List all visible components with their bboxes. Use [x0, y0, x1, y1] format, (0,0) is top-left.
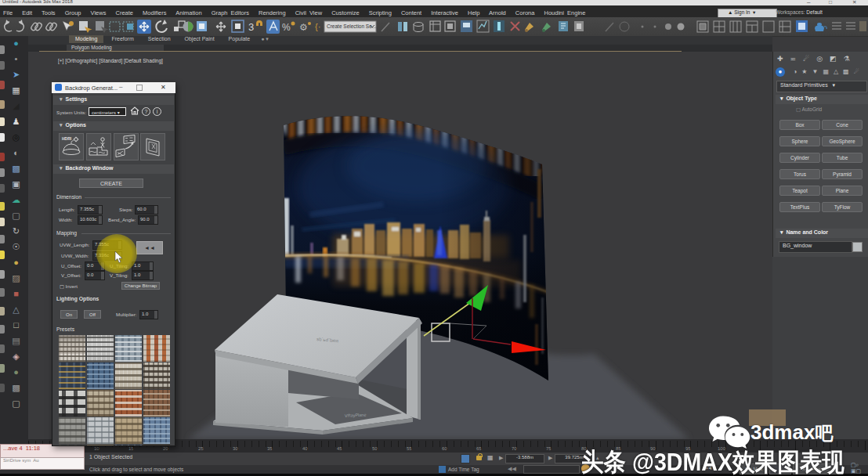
- svg-text:⚙: ⚙: [299, 22, 308, 33]
- svg-text:3: 3: [248, 21, 254, 33]
- svg-text:{·: {·: [315, 22, 320, 31]
- svg-text:HDRI: HDRI: [62, 136, 72, 141]
- svg-text:%: %: [282, 22, 291, 33]
- svg-text:Create Selection Se...: Create Selection Se...: [327, 23, 376, 29]
